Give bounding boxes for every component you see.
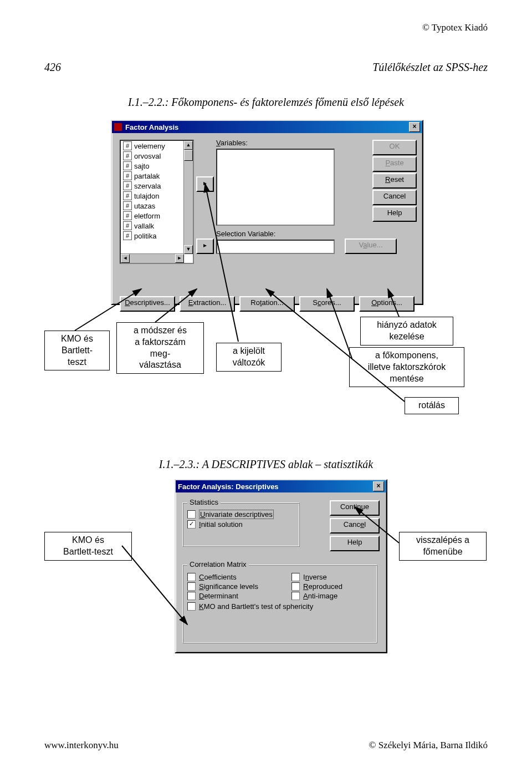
callout-save: a főkomponens,illetve faktorszkórokmenté…: [349, 347, 464, 387]
list-item: #utazas: [121, 201, 184, 211]
determinant-checkbox[interactable]: Determinant: [187, 592, 287, 600]
reset-button[interactable]: Reset: [372, 173, 417, 189]
figure1: Factor Analysis × #velemeny #orvosval #s…: [44, 120, 488, 453]
callout-method: a módszer ésa faktorszámmeg-választása: [116, 322, 204, 374]
scroll-up-icon[interactable]: ▲: [184, 141, 193, 150]
scroll-left-icon[interactable]: ◄: [121, 254, 130, 263]
list-item: #sajto: [121, 161, 184, 171]
scrollbar-horizontal[interactable]: ◄ ►: [121, 253, 184, 263]
dialog-titlebar: Factor Analysis: Descriptives ×: [176, 480, 386, 492]
move-variables-button[interactable]: ▸: [196, 176, 214, 192]
list-item: #eletform: [121, 211, 184, 221]
univariate-checkbox[interactable]: Univariate descriptives: [187, 510, 299, 519]
page-footer: www.interkonyv.hu © Székelyi Mária, Barn…: [44, 740, 488, 751]
scrollbar-vertical[interactable]: ▲ ▼: [183, 141, 193, 254]
dialog-titlebar: Factor Analysis ×: [112, 121, 422, 133]
correlation-group-label: Correlation Matrix: [187, 560, 249, 568]
continue-button[interactable]: Continue: [330, 500, 380, 516]
extraction-button[interactable]: Extraction...: [180, 296, 235, 312]
list-item: #velemeny: [121, 141, 184, 151]
significance-checkbox[interactable]: Significance levels: [187, 582, 287, 591]
close-icon[interactable]: ×: [373, 481, 384, 491]
list-item: #szervala: [121, 181, 184, 191]
figure1-title: I.1.–2.2.: Főkomponens- és faktorelemzés…: [44, 96, 488, 109]
source-variable-list[interactable]: #velemeny #orvosval #sajto #partalak #sz…: [120, 140, 194, 264]
list-item: #politika: [121, 231, 184, 241]
variables-target-box[interactable]: [216, 149, 335, 226]
figure2-title: I.1.–2.3.: A DESCRIPTIVES ablak – statis…: [44, 458, 488, 471]
list-item: #partalak: [121, 171, 184, 181]
kmo-bartlett-checkbox[interactable]: KMO and Bartlett's test of sphericity: [187, 602, 372, 611]
factor-analysis-dialog: Factor Analysis × #velemeny #orvosval #s…: [111, 120, 423, 305]
callout-missing: hiányzó adatokkezelése: [360, 317, 453, 346]
callout-back-to-main: visszalépés afőmenübe: [399, 532, 487, 561]
page-number: 426: [44, 61, 61, 74]
scroll-down-icon[interactable]: ▼: [184, 245, 193, 254]
options-button[interactable]: Options...: [359, 296, 415, 312]
running-head: Túlélőkészlet az SPSS-hez: [372, 61, 488, 74]
descriptives-button[interactable]: Descriptives...: [120, 296, 175, 312]
anti-image-checkbox[interactable]: Anti-image: [291, 592, 372, 600]
value-button[interactable]: Value...: [345, 238, 397, 254]
footer-right: © Székelyi Mária, Barna Ildikó: [369, 740, 488, 751]
footer-left: www.interkonyv.hu: [44, 740, 119, 751]
close-icon[interactable]: ×: [409, 122, 420, 132]
descriptives-dialog: Factor Analysis: Descriptives × Statisti…: [175, 479, 387, 653]
reproduced-checkbox[interactable]: Reproduced: [291, 582, 372, 591]
move-selection-button[interactable]: ▸: [196, 238, 214, 254]
inverse-checkbox[interactable]: Inverse: [291, 573, 372, 581]
scores-button[interactable]: Scores...: [299, 296, 355, 312]
figure2: Factor Analysis: Descriptives × Statisti…: [44, 479, 488, 723]
rotation-button[interactable]: Rotation...: [239, 296, 295, 312]
list-item: #vallalk: [121, 221, 184, 231]
initial-solution-checkbox[interactable]: ✓Initial solution: [187, 520, 299, 529]
statistics-group: Statistics Univariate descriptives ✓Init…: [182, 502, 300, 547]
callout-kmo: KMO ésBartlett-teszt: [44, 331, 110, 370]
help-button[interactable]: Help: [372, 206, 417, 222]
statistics-group-label: Statistics: [187, 498, 221, 506]
callout-selected: a kijelöltváltozók: [216, 343, 282, 372]
page-header: 426 Túlélőkészlet az SPSS-hez: [44, 61, 488, 74]
correlation-matrix-group: Correlation Matrix Coefficients Signific…: [182, 565, 377, 643]
scroll-thumb[interactable]: [184, 150, 193, 161]
cancel-button[interactable]: Cancel: [372, 190, 417, 205]
help-button[interactable]: Help: [330, 536, 380, 551]
list-item: #tulajdon: [121, 191, 184, 201]
callout-kmo-bartlett: KMO ésBartlett-teszt: [44, 532, 132, 561]
app-icon: [114, 123, 122, 131]
scroll-right-icon[interactable]: ►: [175, 254, 184, 263]
list-item: #orvosval: [121, 151, 184, 161]
callout-rotation: rotálás: [405, 397, 459, 414]
coefficients-checkbox[interactable]: Coefficients: [187, 573, 287, 581]
paste-button[interactable]: Paste: [372, 156, 417, 172]
selection-variable-field[interactable]: [216, 240, 335, 254]
dialog-title: Factor Analysis: Descriptives: [178, 482, 279, 491]
selection-variable-label: Selection Variable:: [216, 230, 275, 238]
variables-label: Variables:: [216, 139, 248, 147]
cancel-button[interactable]: Cancel: [330, 518, 380, 534]
copyright-top: © Typotex Kiadó: [44, 22, 488, 33]
ok-button[interactable]: OK: [372, 140, 417, 155]
dialog-title: Factor Analysis: [125, 123, 178, 131]
